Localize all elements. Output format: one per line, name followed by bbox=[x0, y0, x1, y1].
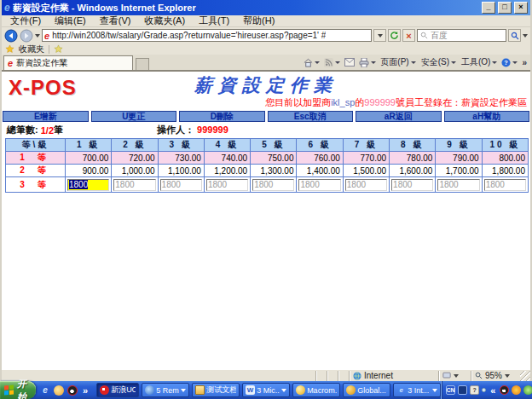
salary-input[interactable]: 1800 bbox=[113, 179, 155, 191]
notice-mid: 的 bbox=[355, 97, 364, 107]
browser-window: e 薪資設定作業 - Windows Internet Explorer _ □… bbox=[0, 0, 532, 381]
print-button[interactable] bbox=[359, 58, 376, 67]
zoom-button[interactable]: 95% bbox=[471, 371, 520, 381]
salary-input[interactable]: 1800 bbox=[437, 179, 479, 191]
close-button[interactable]: × bbox=[514, 2, 528, 14]
maximize-button[interactable]: □ bbox=[498, 2, 512, 14]
salary-cell: 740.00 bbox=[204, 152, 250, 165]
action-button[interactable]: U更正 bbox=[91, 111, 177, 122]
feeds-button[interactable] bbox=[324, 58, 340, 67]
action-button[interactable]: E增新 bbox=[3, 111, 89, 122]
page-favicon-icon: e bbox=[44, 31, 49, 41]
notice-area: 薪資設定作業區 bbox=[461, 97, 527, 107]
action-button[interactable]: D刪除 bbox=[179, 111, 265, 122]
salary-input[interactable]: 1800 bbox=[206, 179, 248, 191]
url-text: http://win2008/tw/salary/Grade.asp?retur… bbox=[52, 31, 326, 40]
add-favorite-icon[interactable] bbox=[54, 44, 63, 54]
favorites-bar: 收藏夹 bbox=[2, 43, 530, 55]
search-box[interactable]: 百度 bbox=[417, 29, 506, 42]
salary-input[interactable]: 1800 bbox=[345, 179, 387, 191]
tray-collapse-chevron[interactable]: « bbox=[489, 385, 497, 396]
protected-mode-button[interactable] bbox=[438, 371, 471, 381]
task-button[interactable]: 3 Int... bbox=[393, 383, 441, 397]
help-tray-icon[interactable]: ? bbox=[470, 385, 479, 395]
action-button[interactable]: aH幫助 bbox=[444, 111, 530, 122]
word-icon bbox=[246, 385, 255, 395]
salary-input[interactable]: 1800 bbox=[391, 179, 433, 191]
qq-tray-icon[interactable] bbox=[500, 385, 509, 395]
total-records-unit: 筆 bbox=[54, 124, 63, 136]
salary-cell: 1800 bbox=[158, 177, 204, 193]
task-button[interactable]: Global... bbox=[343, 383, 390, 397]
quicklaunch-overflow-chevron[interactable]: » bbox=[81, 385, 90, 396]
action-button[interactable]: aR返回 bbox=[356, 111, 442, 122]
task-group-dropdown-icon[interactable] bbox=[432, 389, 437, 392]
command-item[interactable]: 页面(P) bbox=[380, 56, 415, 68]
ime-icon[interactable] bbox=[458, 385, 467, 395]
menu-item[interactable]: 编辑(E) bbox=[48, 14, 93, 27]
menu-item[interactable]: 收藏夹(A) bbox=[137, 14, 192, 27]
quicklaunch-uc-icon[interactable] bbox=[54, 385, 64, 396]
menu-item[interactable]: 文件(F) bbox=[3, 14, 48, 27]
search-options-dropdown-icon[interactable] bbox=[523, 34, 528, 38]
zoom-magnifier-icon bbox=[475, 372, 483, 379]
command-item[interactable]: 安全(S) bbox=[421, 56, 456, 68]
favorites-label[interactable]: 收藏夹 bbox=[19, 43, 44, 55]
task-button[interactable]: 3 Mic... bbox=[242, 383, 290, 397]
quicklaunch-qq-icon[interactable] bbox=[67, 385, 78, 396]
task-group-dropdown-icon[interactable] bbox=[181, 389, 186, 392]
refresh-button[interactable] bbox=[388, 29, 401, 42]
salary-input[interactable]: 1800 bbox=[160, 179, 202, 191]
task-button[interactable]: 新浪UC bbox=[96, 383, 139, 397]
task-label: 测试文档 bbox=[206, 385, 236, 396]
desktop-screen: e 薪資設定作業 - Windows Internet Explorer _ □… bbox=[0, 0, 532, 399]
commandbar-overflow-chevron[interactable]: » bbox=[522, 58, 527, 67]
menu-item[interactable]: 工具(T) bbox=[192, 14, 236, 27]
task-button[interactable]: 测试文档 bbox=[192, 383, 240, 397]
minimize-button[interactable]: _ bbox=[482, 2, 495, 14]
search-button[interactable] bbox=[508, 29, 521, 42]
back-button[interactable] bbox=[4, 29, 18, 43]
status-segment bbox=[338, 371, 349, 381]
salary-cell: 770.00 bbox=[343, 152, 389, 165]
task-group-dropdown-icon[interactable] bbox=[281, 389, 286, 392]
operator-value: 999999 bbox=[197, 124, 228, 135]
home-button[interactable] bbox=[304, 58, 320, 67]
resize-grip[interactable] bbox=[520, 371, 530, 381]
action-button[interactable]: Esc取消 bbox=[268, 111, 354, 122]
salary-cell: 760.00 bbox=[297, 152, 343, 165]
stop-button[interactable]: × bbox=[402, 29, 415, 42]
tray-orange-icon[interactable] bbox=[512, 385, 521, 395]
history-dropdown-icon[interactable] bbox=[35, 34, 40, 38]
favorites-star-icon[interactable] bbox=[5, 44, 14, 54]
salary-cell: 1800 bbox=[343, 177, 389, 193]
salary-input[interactable]: 1800 bbox=[67, 179, 109, 191]
task-button[interactable]: Macrom... bbox=[292, 383, 340, 397]
address-dropdown-button[interactable] bbox=[373, 29, 386, 42]
column-header: 7 級 bbox=[343, 139, 389, 152]
salary-input[interactable]: 1800 bbox=[252, 179, 294, 191]
tab-bar: e 薪資設定作業 页面(P) bbox=[2, 55, 530, 71]
help-button[interactable]: ? bbox=[501, 58, 518, 67]
forward-button[interactable] bbox=[20, 29, 33, 43]
language-indicator-cn[interactable]: CN bbox=[446, 385, 455, 395]
salary-input[interactable]: 1800 bbox=[298, 179, 340, 191]
salary-input[interactable]: 1800 bbox=[484, 179, 526, 191]
salary-cell: 1800 bbox=[390, 177, 436, 193]
zoom-level: 95% bbox=[485, 371, 502, 380]
start-button[interactable]: 开始 bbox=[0, 381, 36, 399]
divider bbox=[49, 45, 49, 54]
tray-status-dot-icon[interactable] bbox=[482, 388, 486, 392]
ie-icon bbox=[396, 385, 406, 395]
menu-item[interactable]: 查看(V) bbox=[93, 14, 138, 27]
quicklaunch-ie-icon[interactable]: e bbox=[40, 385, 50, 396]
menu-item[interactable]: 帮助(H) bbox=[236, 14, 281, 27]
task-button[interactable]: 5 Rem... bbox=[142, 383, 189, 397]
tray-green-icon[interactable] bbox=[523, 385, 532, 395]
address-bar[interactable]: e http://win2008/tw/salary/Grade.asp?ret… bbox=[42, 29, 372, 42]
new-tab-button[interactable] bbox=[136, 58, 149, 70]
zone-label: Internet bbox=[364, 371, 393, 380]
read-mail-button[interactable] bbox=[344, 58, 355, 66]
command-item[interactable]: 工具(O) bbox=[461, 56, 497, 68]
tab-salary-settings[interactable]: e 薪資設定作業 bbox=[3, 55, 133, 70]
